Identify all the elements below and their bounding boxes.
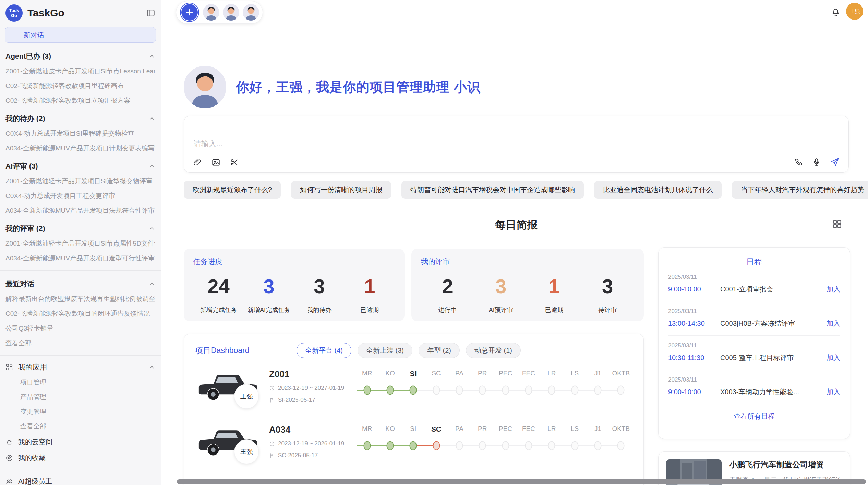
conversation-item[interactable]: C02-飞腾新能源轻客改款项目里程碑画布 xyxy=(5,82,155,90)
agent-avatar[interactable] xyxy=(243,4,259,21)
section-title: 我的待办 (2) xyxy=(5,114,148,123)
image-icon[interactable] xyxy=(212,158,220,167)
stat: 1 已逾期 xyxy=(345,275,395,314)
chevron-up-icon xyxy=(148,115,155,122)
suggestion-chip[interactable]: 当下年轻人对汽车外观有怎样的喜好趋势 xyxy=(732,181,868,199)
card-title: 我的评审 xyxy=(421,257,634,266)
favorites-label: 我的收藏 xyxy=(18,453,46,462)
event-name: C003|H0B-方案冻结评审 xyxy=(720,319,827,328)
milestone-lr: LR xyxy=(540,425,563,453)
task-progress-card: 任务进度 24 新增完成任务 3 新增AI完成任务 3 我的待办 1 已逾期 xyxy=(184,249,405,321)
sidebar-item-ai-staff[interactable]: AI超级员工 xyxy=(5,477,155,485)
chevron-up-icon xyxy=(148,53,155,60)
agent-avatar[interactable] xyxy=(203,4,219,21)
flag-icon xyxy=(269,453,275,459)
flag-icon xyxy=(269,397,275,403)
milestone-sc: SC xyxy=(425,370,448,398)
suggestion-chip[interactable]: 欧洲新规最近颁布了什么? xyxy=(184,181,281,199)
mic-icon[interactable] xyxy=(812,158,821,166)
stat-value: 3 xyxy=(581,275,635,298)
milestone-fec: FEC xyxy=(517,425,540,453)
new-chat-button[interactable]: 新对话 xyxy=(5,27,156,43)
horizontal-scrollbar[interactable] xyxy=(177,479,866,484)
section-ai-review[interactable]: AI评审 (3) xyxy=(5,161,155,171)
my-apps-header[interactable]: 我的应用 xyxy=(5,362,155,372)
agent-avatar[interactable] xyxy=(223,4,239,21)
project-code: Z001 xyxy=(269,369,355,380)
stat-label: 新增完成任务 xyxy=(193,306,244,314)
taskgo-logo: Task Go xyxy=(5,4,23,22)
chevron-up-icon xyxy=(148,364,155,371)
conversation-item[interactable]: 解释最新出台的欧盟报废车法规再生塑料比例被调至15%... xyxy=(5,295,155,303)
layout-grid-icon[interactable] xyxy=(832,219,842,229)
conversation-item[interactable]: C02-飞腾新能源轻客改款项目的闭环通告反馈情况 xyxy=(5,309,155,318)
project-image: 王强 xyxy=(195,368,260,410)
app-item-product-mgmt[interactable]: 产品管理 xyxy=(20,393,155,401)
conversation-item[interactable]: A034-全新新能源MUV产品开发项目造型可行性评审 xyxy=(5,254,155,263)
app-item-change-mgmt[interactable]: 变更管理 xyxy=(20,407,155,416)
milestone-ls: LS xyxy=(563,425,586,453)
project-row[interactable]: 王强 Z001 2023-12-19 ~ 2027-01-19 SI-2025-… xyxy=(195,368,632,413)
milestone-ko: KO xyxy=(378,425,401,453)
milestone-oktb: OKTB xyxy=(610,425,632,453)
add-agent-button[interactable] xyxy=(181,4,198,21)
scissors-icon[interactable] xyxy=(230,158,239,167)
conversation-item[interactable]: A034-全新新能源MUV产品开发项目法规符合性评审 xyxy=(5,206,155,215)
suggestion-chip[interactable]: 比亚迪全固态电池计划具体说了什么 xyxy=(594,181,722,199)
milestone-timeline: MRKOSISCPAPRPECFECLRLSJ1OKTB xyxy=(355,370,632,398)
join-button[interactable]: 加入 xyxy=(827,319,840,328)
view-all-schedule[interactable]: 查看所有日程 xyxy=(668,412,840,421)
chevron-up-icon xyxy=(148,225,155,232)
schedule-card: 日程 2025/03/11 9:00-10:00 C001-立项审批会 加入 2… xyxy=(658,247,850,439)
conversation-item[interactable]: C02-飞腾新能源轻客改款项目立项汇报方案 xyxy=(5,96,155,105)
conversation-item[interactable]: C0X4-动力总成开发项目工程变更评审 xyxy=(5,191,155,200)
suggestion-chip[interactable]: 如何写一份清晰的项目周报 xyxy=(291,181,391,199)
sidebar-item-favorites[interactable]: 我的收藏 xyxy=(5,453,155,462)
project-owner-badge: 王强 xyxy=(234,384,259,409)
conversation-item[interactable]: Z001-全新燃油皮卡产品开发项目SI节点Lesson Learn报告 xyxy=(5,67,155,76)
conversation-item[interactable]: Z001-全新燃油轻卡产品开发项目SI造型提交物评审 xyxy=(5,177,155,186)
tab-new-body[interactable]: 全新上装 (3) xyxy=(358,343,412,358)
tab-model-year[interactable]: 年型 (2) xyxy=(419,343,460,358)
stat: 3 AI预评审 xyxy=(474,275,528,314)
logo-line1: Task xyxy=(9,8,19,13)
paperclip-icon[interactable] xyxy=(193,158,202,167)
view-all-apps[interactable]: 查看全部... xyxy=(20,422,155,431)
suggestion-chip[interactable]: 特朗普可能对进口汽车增税会对中国车企造成哪些影响 xyxy=(401,181,584,199)
user-avatar[interactable]: 王强 xyxy=(846,3,863,20)
collapse-sidebar-icon[interactable] xyxy=(146,9,155,17)
event-time: 13:00-14:30 xyxy=(668,320,720,327)
tab-new-platform[interactable]: 全新平台 (4) xyxy=(297,343,351,358)
event-date: 2025/03/11 xyxy=(668,342,840,349)
app-title: TaskGo xyxy=(27,7,146,19)
join-button[interactable]: 加入 xyxy=(827,353,840,362)
section-agent-done[interactable]: Agent已办 (3) xyxy=(5,51,155,61)
stat-value: 1 xyxy=(345,275,395,298)
app-item-project-mgmt[interactable]: 项目管理 xyxy=(20,378,155,387)
view-all-conversations[interactable]: 查看全部... xyxy=(5,339,155,348)
section-my-review[interactable]: 我的评审 (2) xyxy=(5,224,155,233)
sidebar-item-cloud-space[interactable]: 我的云空间 xyxy=(5,437,155,447)
section-my-todo[interactable]: 我的待办 (2) xyxy=(5,114,155,123)
project-row[interactable]: 王强 A034 2023-12-19 ~ 2026-01-19 SC-2025-… xyxy=(195,424,632,469)
conversation-item[interactable]: Z001-全新燃油轻卡产品开发项目SI节点属性5D文件评审 xyxy=(5,239,155,248)
event-date: 2025/03/11 xyxy=(668,274,840,281)
milestone-si: SI xyxy=(402,425,425,453)
chat-input[interactable]: 请输入... xyxy=(184,116,849,173)
divider xyxy=(0,355,161,356)
project-date-range: 2023-12-19 ~ 2027-01-19 xyxy=(278,385,344,391)
conversation-item[interactable]: 公司Q3轻卡销量 xyxy=(5,324,155,333)
project-image: 王强 xyxy=(195,424,260,465)
conversation-item[interactable]: A034-全新新能源MUV产品开发项目计划变更表编写 xyxy=(5,144,155,153)
join-button[interactable]: 加入 xyxy=(827,387,840,397)
section-recent[interactable]: 最近对话 xyxy=(5,279,155,289)
send-icon[interactable] xyxy=(830,157,840,167)
tab-powertrain[interactable]: 动总开发 (1) xyxy=(466,343,521,358)
conversation-item[interactable]: C0X4-动力总成开发项目SI里程碑提交物检查 xyxy=(5,129,155,138)
greeting-text: 你好，王强，我是你的项目管理助理 小识 xyxy=(236,78,481,96)
bell-icon[interactable] xyxy=(831,8,841,17)
join-button[interactable]: 加入 xyxy=(827,285,840,294)
stat-value: 3 xyxy=(474,275,528,298)
milestone-fec: FEC xyxy=(517,370,540,398)
phone-icon[interactable] xyxy=(794,158,803,166)
